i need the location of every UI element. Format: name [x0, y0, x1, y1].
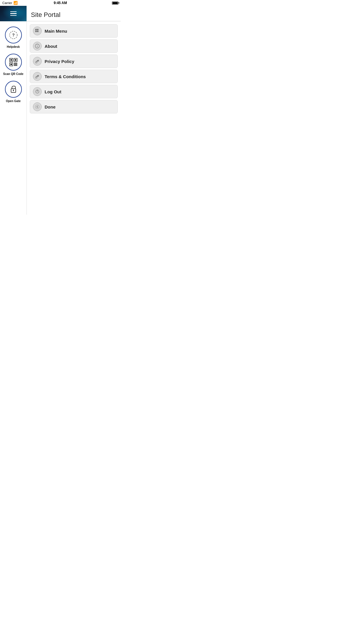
open-gate-label: Open Gate [6, 99, 21, 103]
power-icon-wrap [33, 87, 42, 96]
sidebar-item-scan-qr[interactable]: Scan QR Code [3, 52, 23, 77]
carrier-label: Carrier 📶 [2, 1, 18, 5]
svg-rect-9 [15, 63, 16, 64]
grid-icon [35, 29, 40, 33]
svg-rect-13 [16, 64, 17, 65]
page-title: Site Portal [31, 11, 61, 19]
back-icon [35, 104, 40, 109]
svg-rect-5 [15, 59, 16, 61]
status-bar: Carrier 📶 9:45 AM [0, 0, 121, 6]
done-button[interactable]: Done [30, 100, 118, 113]
qr-circle [5, 54, 22, 71]
svg-rect-14 [14, 65, 15, 66]
about-label: About [45, 44, 57, 49]
svg-rect-15 [15, 65, 16, 66]
grid-icon-wrap [33, 27, 42, 35]
main-menu-button[interactable]: Main Menu [30, 24, 118, 38]
back-icon-wrap [33, 102, 42, 111]
main-menu-label: Main Menu [45, 29, 67, 34]
wifi-icon: 📶 [13, 1, 18, 5]
sidebar-items: ? Helpdesk [0, 21, 27, 108]
battery-fill [113, 2, 118, 4]
power-icon [35, 89, 40, 94]
terms-conditions-button[interactable]: Terms & Conditions [30, 70, 118, 83]
time-label: 9:45 AM [54, 1, 67, 5]
hamburger-button[interactable] [10, 11, 17, 16]
svg-rect-11 [14, 64, 15, 65]
svg-rect-3 [10, 59, 12, 61]
privacy-policy-label: Privacy Policy [45, 59, 74, 64]
sidebar: ? Helpdesk [0, 6, 27, 215]
svg-rect-21 [37, 29, 38, 30]
sidebar-item-helpdesk[interactable]: ? Helpdesk [5, 25, 22, 50]
share-icon-1 [35, 59, 40, 64]
svg-text:?: ? [12, 33, 15, 37]
menu-list: Main Menu i About [27, 21, 121, 115]
info-icon-wrap: i [33, 42, 42, 50]
sidebar-header [0, 6, 27, 21]
sidebar-item-open-gate[interactable]: Open Gate [5, 80, 22, 104]
svg-rect-19 [13, 90, 14, 91]
svg-text:i: i [37, 45, 38, 48]
helpdesk-circle: ? [5, 27, 22, 43]
done-label: Done [45, 104, 56, 109]
logout-label: Log Out [45, 89, 61, 94]
helpdesk-icon: ? [9, 30, 18, 40]
logout-button[interactable]: Log Out [30, 85, 118, 98]
svg-rect-20 [35, 29, 37, 30]
share-icon-wrap-2 [33, 72, 42, 81]
main-content: Site Portal Main Menu [27, 6, 121, 215]
hamburger-line-2 [10, 13, 17, 14]
main-header: Site Portal [27, 6, 121, 21]
terms-conditions-label: Terms & Conditions [45, 74, 86, 79]
carrier-text: Carrier [2, 1, 12, 5]
info-icon: i [35, 44, 40, 48]
svg-rect-22 [35, 31, 37, 32]
svg-rect-7 [10, 64, 12, 65]
svg-rect-16 [16, 65, 17, 66]
svg-rect-10 [16, 63, 17, 64]
share-icon-2 [35, 74, 40, 79]
svg-rect-8 [14, 63, 15, 64]
battery-box [112, 1, 118, 5]
scan-qr-label: Scan QR Code [3, 72, 23, 76]
helpdesk-label: Helpdesk [7, 45, 20, 48]
hamburger-line-1 [10, 11, 17, 12]
svg-rect-23 [37, 31, 38, 32]
privacy-policy-button[interactable]: Privacy Policy [30, 55, 118, 68]
svg-point-30 [36, 105, 39, 109]
about-button[interactable]: i About [30, 39, 118, 53]
qr-code-icon [9, 57, 18, 67]
battery-indicator [112, 1, 118, 5]
unlock-icon [9, 85, 18, 94]
hamburger-line-3 [10, 15, 17, 16]
share-icon-wrap-1 [33, 57, 42, 66]
svg-rect-12 [15, 64, 16, 65]
open-gate-circle [5, 81, 22, 98]
app-container: ? Helpdesk [0, 6, 121, 215]
